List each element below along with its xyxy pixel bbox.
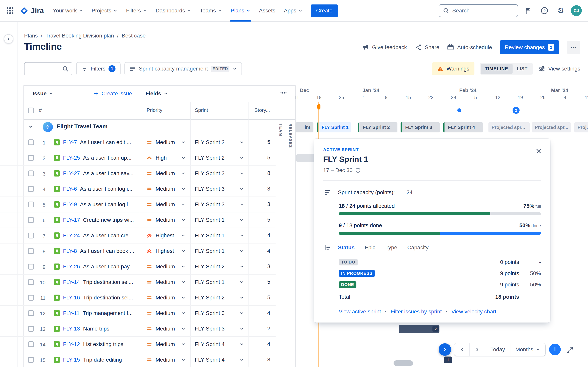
saved-view-dropdown[interactable]: Sprint capacity management EDITED xyxy=(124,62,242,75)
create-issue-button[interactable]: Create issue xyxy=(93,85,132,102)
sprint-bar[interactable]: Projected spr... xyxy=(532,122,571,133)
priority-dropdown[interactable]: Medium xyxy=(140,166,190,181)
priority-dropdown[interactable]: Medium xyxy=(140,181,190,197)
sprint-bar[interactable]: FLY Sprint 4 xyxy=(443,122,483,133)
sprint-dropdown[interactable]: FLY Sprint 3 xyxy=(190,306,249,321)
row-checkbox[interactable] xyxy=(28,310,34,316)
row-checkbox[interactable] xyxy=(28,264,34,269)
row-checkbox[interactable] xyxy=(28,170,34,176)
priority-dropdown[interactable]: Medium xyxy=(140,306,190,321)
row-checkbox[interactable] xyxy=(28,326,34,332)
plan-search-input[interactable] xyxy=(28,66,62,72)
row-checkbox[interactable] xyxy=(28,233,34,238)
jira-logo[interactable]: Jira xyxy=(19,6,44,15)
sprint-dropdown[interactable]: FLY Sprint 1 xyxy=(190,212,249,228)
popup-link[interactable]: View active sprint xyxy=(339,309,381,315)
issue-key-link[interactable]: FLY-16 xyxy=(63,295,80,301)
priority-dropdown[interactable]: Highest xyxy=(140,228,190,243)
issue-bar[interactable]: 2 xyxy=(399,325,440,333)
priority-dropdown[interactable]: Medium xyxy=(140,259,190,274)
sprint-dropdown[interactable]: FLY Sprint 2 xyxy=(190,259,249,274)
priority-dropdown[interactable]: Medium xyxy=(140,197,190,212)
sprint-dropdown[interactable]: FLY Sprint 2 xyxy=(190,290,249,305)
issue-bar-badge[interactable]: 1 xyxy=(444,357,452,363)
today-button[interactable]: Today xyxy=(485,343,510,356)
issue-key-link[interactable]: FLY-26 xyxy=(63,264,80,270)
global-search[interactable] xyxy=(439,4,518,17)
avatar[interactable]: CJ xyxy=(571,5,582,16)
sprint-dropdown[interactable]: FLY Sprint 2 xyxy=(190,135,249,150)
plan-search[interactable] xyxy=(24,62,72,75)
tab-type[interactable]: Type xyxy=(385,244,397,251)
expand-panel-button[interactable] xyxy=(439,343,451,356)
list-toggle[interactable]: LIST xyxy=(512,64,532,74)
select-all-checkbox[interactable] xyxy=(28,108,34,113)
priority-dropdown[interactable]: Medium xyxy=(140,212,190,228)
fullscreen-button[interactable] xyxy=(565,345,575,355)
scroll-right-button[interactable] xyxy=(469,343,485,356)
sprint-dropdown[interactable]: FLY Sprint 1 xyxy=(190,228,249,243)
issue-key-link[interactable]: FLY-25 xyxy=(63,155,80,161)
issue-key-link[interactable]: FLY-7 xyxy=(63,139,77,145)
nav-item-your-work[interactable]: Your work xyxy=(49,0,87,22)
release-marker-dot[interactable] xyxy=(457,108,461,112)
priority-dropdown[interactable]: Medium xyxy=(140,337,190,352)
release-marker-count[interactable]: 2 xyxy=(512,107,519,114)
issue-key-link[interactable]: FLY-17 xyxy=(63,217,80,223)
review-changes-button[interactable]: Review changes 2 xyxy=(500,40,559,54)
priority-dropdown[interactable]: Medium xyxy=(140,135,190,150)
issue-key-link[interactable]: FLY-8 xyxy=(63,248,77,254)
share-button[interactable]: Share xyxy=(415,44,440,51)
row-checkbox[interactable] xyxy=(28,295,34,300)
sprint-dropdown[interactable]: FLY Sprint 3 xyxy=(190,166,249,181)
settings-button[interactable]: ⚙ xyxy=(554,4,567,17)
sprint-bar[interactable]: Projected spr... xyxy=(488,122,530,133)
sprint-bar[interactable]: FLY Sprint 1 xyxy=(317,122,351,133)
breadcrumb-link[interactable]: Best case xyxy=(122,33,146,39)
issue-key-link[interactable]: FLY-12 xyxy=(63,341,80,347)
breadcrumb-link[interactable]: Plans xyxy=(24,33,38,39)
issue-key-link[interactable]: FLY-14 xyxy=(63,279,80,285)
announcements-button[interactable] xyxy=(522,4,534,17)
row-checkbox[interactable] xyxy=(28,279,34,285)
sprint-dropdown[interactable]: FLY Sprint 1 xyxy=(190,243,249,259)
issue-key-link[interactable]: FLY-9 xyxy=(63,201,77,208)
row-checkbox[interactable] xyxy=(28,186,34,192)
sprint-dropdown[interactable]: FLY Sprint 1 xyxy=(190,275,249,290)
tab-capacity[interactable]: Capacity xyxy=(407,244,429,251)
zoom-level-dropdown[interactable]: Months xyxy=(510,343,545,356)
priority-dropdown[interactable]: Medium xyxy=(140,352,190,367)
sprint-dropdown[interactable]: FLY Sprint 4 xyxy=(190,352,249,367)
row-checkbox[interactable] xyxy=(28,201,34,207)
row-checkbox[interactable] xyxy=(28,357,34,363)
fields-dropdown[interactable]: Fields xyxy=(146,85,168,102)
sprint-bar[interactable]: int xyxy=(295,122,313,133)
issue-key-link[interactable]: FLY-13 xyxy=(63,326,80,332)
breadcrumb-link[interactable]: Travel Booking Division plan xyxy=(45,33,114,39)
sprint-bar[interactable]: Proj... xyxy=(574,122,588,133)
row-checkbox[interactable] xyxy=(28,155,34,161)
row-checkbox[interactable] xyxy=(28,248,34,254)
collapse-fields-button[interactable] xyxy=(280,90,287,96)
filters-button[interactable]: Filters 1 xyxy=(76,62,121,75)
collapse-team-chevron[interactable] xyxy=(28,124,34,129)
issue-key-link[interactable]: FLY-15 xyxy=(63,357,80,363)
priority-dropdown[interactable]: Medium xyxy=(140,290,190,305)
priority-dropdown[interactable]: Medium xyxy=(140,321,190,336)
info-button[interactable]: i xyxy=(549,344,561,355)
create-button[interactable]: Create xyxy=(311,4,338,17)
row-checkbox[interactable] xyxy=(28,217,34,223)
app-switcher-button[interactable] xyxy=(4,4,16,17)
nav-item-apps[interactable]: Apps xyxy=(280,0,307,22)
row-checkbox[interactable] xyxy=(28,341,34,347)
issue-key-link[interactable]: FLY-27 xyxy=(63,170,80,176)
issue-column-dropdown[interactable]: Issue xyxy=(33,85,53,102)
sprint-dropdown[interactable]: FLY Sprint 3 xyxy=(190,321,249,336)
issue-key-link[interactable]: FLY-24 xyxy=(63,233,80,239)
info-icon[interactable] xyxy=(355,167,361,173)
view-settings-button[interactable]: View settings xyxy=(538,65,580,72)
sprint-dropdown[interactable]: FLY Sprint 4 xyxy=(190,337,249,352)
sprint-bar[interactable]: FLY Sprint 3 xyxy=(401,122,440,133)
timeline-toggle[interactable]: TIMELINE xyxy=(481,64,512,74)
more-actions-button[interactable]: ••• xyxy=(567,41,580,54)
